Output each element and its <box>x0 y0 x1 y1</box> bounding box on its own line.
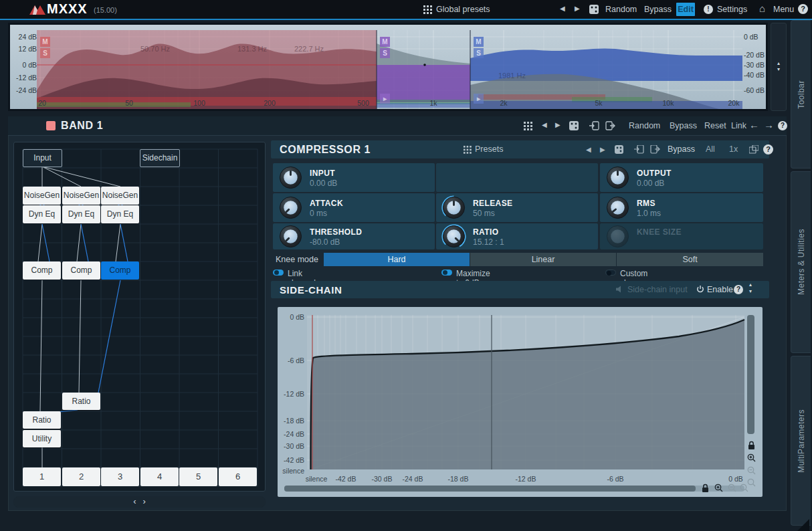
band-bypass-button[interactable]: Bypass <box>670 121 697 130</box>
help-icon[interactable]: ? <box>798 4 808 14</box>
node-output-2[interactable]: 2 <box>62 467 100 486</box>
scroll-right-icon[interactable]: › <box>143 496 146 506</box>
knee-option-soft[interactable]: Soft <box>617 253 763 266</box>
ratio-knob[interactable] <box>441 224 466 249</box>
band-next-icon[interactable]: ▶ <box>555 121 561 128</box>
release-knob-cell[interactable]: RELEASE 50 ms <box>436 193 598 222</box>
menu-button[interactable]: Menu <box>773 5 794 14</box>
paste-icon[interactable] <box>589 121 599 130</box>
band-help-icon[interactable]: ? <box>778 121 787 130</box>
node-noisegen-3[interactable]: NoiseGen <box>101 187 139 205</box>
knee-option-linear[interactable]: Linear <box>470 253 616 266</box>
preset-prev-icon[interactable]: ◀ <box>560 5 565 12</box>
preset-next-icon[interactable]: ▶ <box>575 5 580 12</box>
band-random-button[interactable]: Random <box>629 121 660 130</box>
tab-toolbar[interactable]: Toolbar <box>791 20 811 169</box>
band2-handle-icon[interactable]: ▸ <box>380 94 390 104</box>
v-scrollbar[interactable] <box>747 315 754 434</box>
node-input[interactable]: Input <box>23 149 62 167</box>
tab-meters-utilities[interactable]: Meters & Utilities <box>791 171 811 353</box>
band2-node-dot[interactable] <box>423 64 426 66</box>
band2-mid-toggle[interactable]: M <box>380 37 390 47</box>
band1-mid-toggle[interactable]: M <box>40 37 50 47</box>
zoom-in-icon[interactable] <box>748 454 755 461</box>
edit-button[interactable]: Edit <box>676 3 695 16</box>
equalizer-display[interactable]: M S M S M S ▸ ▸ 50.70 Hz 131.3 Hz 222.7 … <box>8 23 768 111</box>
band2-side-toggle[interactable]: S <box>380 48 390 58</box>
window-resize-handle[interactable] <box>797 519 809 531</box>
detach-window-icon[interactable] <box>749 145 758 154</box>
threshold-knob-cell[interactable]: THRESHOLD -80.0 dB <box>273 223 435 249</box>
collapse-up-icon[interactable]: ▴ <box>749 282 752 288</box>
band3-handle-icon[interactable]: ▸ <box>474 94 484 104</box>
node-output-5[interactable]: 5 <box>179 467 217 486</box>
dice-icon[interactable] <box>569 121 579 130</box>
sidechain-input-button[interactable]: Side-chain input <box>627 285 688 294</box>
comp-scale-button[interactable]: 1x <box>729 144 738 154</box>
rms-knob[interactable] <box>605 195 630 220</box>
band2-region[interactable] <box>377 65 470 102</box>
grid-icon[interactable] <box>524 122 532 130</box>
node-utility[interactable]: Utility <box>23 430 61 447</box>
node-sidechain[interactable]: Sidechain <box>140 149 180 167</box>
zoom-reset-icon[interactable] <box>748 479 755 486</box>
threshold-knob[interactable] <box>278 224 303 249</box>
band-reset-button[interactable]: Reset <box>704 121 726 130</box>
node-dyneq-1[interactable]: Dyn Eq <box>23 205 61 223</box>
analyzer-resize-strip[interactable]: ▴ ▾ <box>771 23 787 111</box>
chevron-down-icon[interactable]: ▾ <box>771 66 786 72</box>
knee-option-hard[interactable]: Hard <box>324 253 470 266</box>
grid-icon[interactable] <box>464 146 472 154</box>
sidechain-transfer-graph[interactable]: 0 dB -6 dB -12 dB -18 dB -24 dB -30 dB -… <box>278 307 763 497</box>
graph-scrollbar[interactable]: ‹› <box>13 496 266 508</box>
comp-help-icon[interactable]: ? <box>763 144 773 154</box>
node-output-6[interactable]: 6 <box>219 467 257 486</box>
dice-icon[interactable] <box>589 5 599 14</box>
toggle-pill-icon[interactable] <box>273 270 284 276</box>
home-icon[interactable]: ⌂ <box>759 3 765 14</box>
copy-icon[interactable] <box>650 145 660 154</box>
input-knob-cell[interactable]: INPUT 0.00 dB <box>273 163 435 192</box>
undo-icon[interactable]: ← <box>749 119 759 130</box>
rms-knob-cell[interactable]: RMS 1.0 ms <box>600 193 763 222</box>
node-comp-3-selected[interactable]: Comp <box>101 261 139 280</box>
alert-icon[interactable]: ! <box>704 5 713 14</box>
output-knob[interactable] <box>605 165 630 190</box>
node-comp-2[interactable]: Comp <box>62 261 100 280</box>
scroll-left-icon[interactable]: ‹ <box>133 496 136 506</box>
presets-button[interactable]: Presets <box>475 144 503 154</box>
zoom-out-icon[interactable] <box>748 467 755 474</box>
node-noisegen-2[interactable]: NoiseGen <box>62 187 100 205</box>
node-output-3[interactable]: 3 <box>101 467 139 486</box>
random-button[interactable]: Random <box>605 5 637 14</box>
collapse-down-icon[interactable]: ▾ <box>749 288 752 294</box>
band3-side-toggle[interactable]: S <box>474 48 484 58</box>
node-output-1[interactable]: 1 <box>23 467 61 486</box>
chevron-up-icon[interactable]: ▴ <box>771 60 786 66</box>
lock-icon[interactable] <box>748 442 754 449</box>
comp-next-icon[interactable]: ▶ <box>600 146 605 153</box>
speaker-icon[interactable] <box>616 286 624 293</box>
node-dyneq-2[interactable]: Dyn Eq <box>62 205 100 223</box>
paste-icon[interactable] <box>634 145 644 154</box>
h-scrollbar-thumb[interactable] <box>284 486 696 492</box>
input-knob[interactable] <box>278 165 303 190</box>
comp-all-button[interactable]: All <box>706 144 715 154</box>
power-icon[interactable] <box>696 286 704 294</box>
copy-icon[interactable] <box>605 121 615 130</box>
output-knob-cell[interactable]: OUTPUT 0.00 dB <box>600 163 763 192</box>
node-ratio-2[interactable]: Ratio <box>62 393 100 410</box>
band-link-button[interactable]: Link <box>731 121 746 130</box>
ratio-knob-cell[interactable]: RATIO 15.12 : 1 <box>436 223 598 249</box>
node-output-4[interactable]: 4 <box>140 467 179 486</box>
settings-button[interactable]: Settings <box>717 5 747 14</box>
band1-side-toggle[interactable]: S <box>40 48 50 58</box>
toggle-pill-icon[interactable] <box>605 270 616 276</box>
signal-graph-panel[interactable]: Input Sidechain NoiseGen NoiseGen NoiseG… <box>13 142 266 492</box>
attack-knob[interactable] <box>278 195 303 220</box>
band-prev-icon[interactable]: ◀ <box>542 121 547 128</box>
node-dyneq-3[interactable]: Dyn Eq <box>101 205 139 223</box>
band3-mid-toggle[interactable]: M <box>474 37 484 47</box>
bypass-button[interactable]: Bypass <box>644 5 672 14</box>
node-noisegen-1[interactable]: NoiseGen <box>23 187 61 205</box>
